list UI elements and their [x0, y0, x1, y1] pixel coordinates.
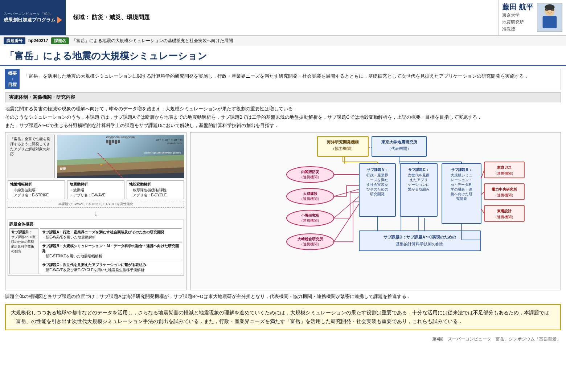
svg-text:びそのための: びそのための — [366, 187, 388, 191]
domain-label: 領域： — [73, 14, 90, 21]
svg-text:東京大学地震研究所: 東京大学地震研究所 — [381, 140, 418, 144]
domain-size-label: 10⁻² × 10⁻⁷ × 10⁻⁵ m domain size — [156, 138, 182, 145]
svg-text:次世代を見据: 次世代を見据 — [408, 173, 430, 177]
svg-text:ケーションに: ケーションに — [408, 183, 430, 187]
task-name-badge: 課題名 — [51, 37, 69, 44]
svg-text:（連携機関）: （連携機関） — [299, 175, 321, 179]
svg-text:東京ガス: 東京ガス — [497, 166, 512, 170]
task-title: 「富岳」による地震の大規模シミュレーションの基礎拡充と社会実装へ向けた展開 — [72, 38, 233, 44]
svg-text:海洋研究開発機構: 海洋研究開発機構 — [327, 140, 359, 144]
svg-text:サブ課題B：: サブ課題B： — [451, 168, 472, 172]
author-photo — [537, 3, 562, 32]
svg-line-76 — [481, 170, 484, 178]
svg-text:えたアプリ: えたアプリ — [410, 178, 428, 182]
diagram-right: 海洋研究開発機構 （協力機関） 東京大学地震研究所 （代表機関） 内閣府防災 （… — [190, 132, 561, 290]
summary-section: 概要 目標 「富岳」を活用した地震の大規模シミュレーションに関する計算科学的研究… — [5, 69, 561, 89]
svg-text:電力中央研究所: 電力中央研究所 — [492, 187, 517, 191]
author-info: 藤田 航平 東京大学 地震研究所 准教授 — [502, 2, 533, 33]
svg-point-6 — [545, 4, 554, 10]
svg-text:サブ課題D：サブ課題A〜C実現のための: サブ課題D：サブ課題A〜C実現のための — [384, 235, 456, 239]
impl-header: 実施体制・関係機関・研究内容 — [5, 92, 561, 102]
logo-subtitle: スーパーコンピュータ「富岳」 — [4, 11, 62, 16]
svg-text:AI・データ科: AI・データ科 — [451, 183, 472, 187]
svg-text:（代表機関）: （代表機関） — [387, 146, 411, 151]
performance-note: 本課題でE-WAVE, E-STRIKE, E-CYCLEを高性能化 — [8, 201, 184, 208]
sub-d-box: サブ課題D： サブ課題A〜C実現のための基盤的計算科学技術の創出 — [9, 228, 38, 274]
logo-main: 成果創出加速プログラム — [4, 16, 62, 24]
svg-text:大崎総合研究所: 大崎総合研究所 — [297, 237, 323, 241]
author-area: 藤田 航平 東京大学 地震研究所 准教授 — [498, 0, 566, 35]
svg-text:ニーズを満た: ニーズを満た — [366, 178, 388, 182]
svg-text:サブ課題C：: サブ課題C： — [408, 168, 429, 172]
diagram-bottom-row: 地盤増幅解析 ・非線形波動場 ・アプリ名：E-STRIKE 地震動解析 ・波動場… — [8, 180, 184, 199]
svg-text:（連携機関）: （連携機関） — [299, 197, 321, 201]
domain-value: 防災・減災、環境問題 — [92, 14, 150, 21]
city-label: city/social response — [106, 135, 135, 145]
author-name: 藤田 航平 — [502, 2, 533, 12]
svg-text:（協力機関）: （協力機関） — [331, 146, 355, 151]
svg-text:基盤的計算科学技術の創出: 基盤的計算科学技術の創出 — [396, 242, 444, 246]
simulation-image: city/social response 10⁻² × 10⁻⁷ × 10⁻⁵ … — [57, 135, 184, 178]
svg-text:（連携機関）: （連携機関） — [299, 219, 321, 222]
svg-text:繋がる取組み: 繋がる取組み — [408, 187, 430, 191]
crustal-box: 地殻変動解析 ・線形弾性/線形粘弾性 ・アプリ名：E-CYCLE — [127, 180, 184, 199]
svg-rect-79 — [359, 231, 481, 251]
svg-text:サブ課題A：: サブ課題A： — [367, 168, 387, 172]
geo-left-text: 断層 — [60, 167, 66, 171]
svg-line-21 — [334, 204, 359, 242]
svg-point-37 — [287, 188, 334, 204]
geo-plate-text: plate rupture between plates — [144, 151, 181, 154]
diagram-top-section: 「富岳」全系で性能を発揮するように開発してきたアプリと解析対象の対応 city/… — [8, 135, 184, 178]
svg-text:レーション・: レーション・ — [451, 178, 472, 182]
geo-amp-box: 地盤増幅解析 ・非線形波動場 ・アプリ名：E-STRIKE — [8, 180, 65, 199]
svg-rect-73 — [484, 205, 524, 221]
sub-task-c: サブ課題C：次世代を見据えたアプリケーションに繋がる取組み ・新E-WAVE改及… — [40, 261, 182, 274]
svg-text:す社会実装及: す社会実装及 — [366, 183, 388, 187]
svg-text:（連携機関）: （連携機関） — [299, 242, 321, 246]
svg-text:学の融合・連: 学の融合・連 — [451, 187, 472, 191]
task-id: hp240217 — [28, 38, 48, 43]
svg-line-77 — [481, 192, 484, 195]
summary-content: 「富岳」を活用した地震の大規模シミュレーションに関する計算科学的研究開発を実施し… — [20, 69, 561, 89]
desc-para-3: また，サブ課題A〜Cで生じる分野横断的な計算科学上の課題をサブ課題Dにおいて解決… — [5, 121, 561, 130]
bottom-note: 課題全体の相関図と各サブ課題の位置づけ：サブ課題Aは海洋研究開発機構が，サブ課題… — [5, 293, 561, 301]
svg-text:大規模シミュ: 大規模シミュ — [451, 173, 472, 177]
svg-text:（連携機関）: （連携機関） — [493, 171, 515, 175]
sub-task-row: サブ課題D： サブ課題A〜C実現のための基盤的計算科学技術の創出 サブ課題A：行… — [9, 228, 182, 274]
sub-task-a: サブ課題A：行政・産業界ニーズを満たす社会実装及びそのための研究開発 ・新E-W… — [40, 228, 182, 241]
svg-text:携へ向けた研: 携へ向けた研 — [451, 192, 472, 196]
svg-text:大成建設: 大成建設 — [303, 192, 318, 196]
svg-text:小堀研究所: 小堀研究所 — [301, 213, 320, 217]
overview-title: 課題全体概要 — [9, 221, 182, 227]
header: スーパーコンピュータ「富岳」 成果創出加速プログラム 領域： 防災・減災、環境問… — [0, 0, 566, 36]
footer: 第4回 スーパーコンピュータ「富岳」シンポジウム「富岳百景」 — [0, 334, 566, 344]
domain-area: 領域： 防災・減災、環境問題 — [66, 0, 498, 35]
svg-text:東電設計: 東電設計 — [497, 209, 512, 213]
logo-area: スーパーコンピュータ「富岳」 成果創出加速プログラム — [0, 0, 66, 35]
task-row: 課題番号 hp240217 課題名 「富岳」による地震の大規模シミュレーションの… — [0, 36, 566, 46]
svg-rect-2 — [543, 16, 557, 28]
svg-rect-67 — [484, 162, 524, 178]
svg-point-43 — [287, 234, 334, 250]
svg-text:（連携機関）: （連携機関） — [493, 193, 515, 197]
diagram-left: 「富岳」全系で性能を発揮するように開発してきたアプリと解析対象の対応 city/… — [5, 132, 186, 290]
fuji-description: 「富岳」全系で性能を発揮するように開発してきたアプリと解析対象の対応 — [8, 135, 55, 178]
svg-text:究開発: 究開発 — [456, 197, 467, 201]
arrow-down-icon: ↓ — [8, 209, 184, 217]
desc-para-2: そのようなシミュレーションのうち，本課題では，サブ課題Aでは断層から地表までの地… — [5, 113, 561, 121]
summary-label: 概要 目標 — [5, 69, 20, 89]
svg-point-40 — [287, 210, 334, 226]
author-org: 東京大学 地震研究所 准教授 — [502, 12, 533, 33]
svg-point-34 — [287, 167, 334, 183]
page-title: 「富岳」による地震の大規模シミュレーション — [5, 50, 561, 62]
svg-line-20 — [334, 196, 359, 218]
main-title-area: 「富岳」による地震の大規模シミュレーション — [0, 46, 566, 66]
svg-text:行政・産業界: 行政・産業界 — [366, 173, 388, 177]
desc-para-1: 地震に関する災害の軽減や現象の理解へ向けて，昨今のデータ増を踏まえ，大規模シミュ… — [5, 105, 561, 113]
svg-rect-70 — [484, 184, 524, 200]
diagram-area: 「富岳」全系で性能を発揮するように開発してきたアプリと解析対象の対応 city/… — [5, 132, 561, 290]
sub-task-items: サブ課題A：行政・産業界ニーズを満たす社会実装及びそのための研究開発 ・新E-W… — [40, 228, 182, 274]
task-number-badge: 課題番号 — [4, 37, 25, 44]
svg-text:研究開発: 研究開発 — [370, 192, 385, 196]
logo-arrow-icon — [57, 16, 62, 24]
